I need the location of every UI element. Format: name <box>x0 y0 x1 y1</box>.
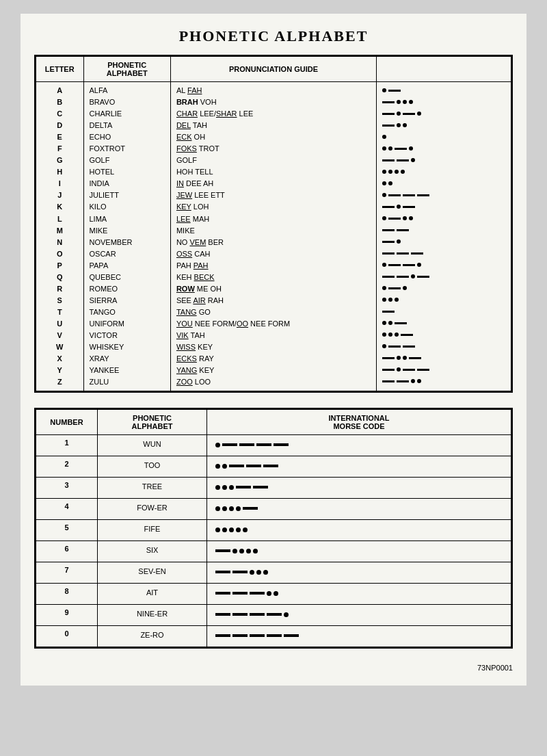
phonetic-number-cell: FOW-ER <box>98 499 207 520</box>
number-cell: 1 <box>36 435 98 456</box>
document-number: 73NP0001 <box>34 664 513 672</box>
letters-table: LETTER PHONETICALPHABET PRONUNCIATION GU… <box>36 56 511 391</box>
col-header-morse2: INTERNATIONALMORSE CODE <box>207 410 511 435</box>
morse-number-cell <box>207 562 511 584</box>
pronunciation-cell: AL FAHBRAH VOHCHAR LEE/SHAR LEEDEL TAHEC… <box>170 82 376 391</box>
number-cell: 0 <box>36 626 98 647</box>
number-cell: 2 <box>36 456 98 478</box>
page: phonetic ALpHaBEt LETTER PHONETICALPHABE… <box>21 14 526 686</box>
morse-number-cell <box>207 520 511 541</box>
numbers-table-wrapper: NUMBER PHONETICALPHABET INTERNATIONALMOR… <box>34 408 513 649</box>
numbers-table: NUMBER PHONETICALPHABET INTERNATIONALMOR… <box>36 409 511 647</box>
morse-number-cell <box>207 456 511 478</box>
col-header-letter: LETTER <box>36 57 84 82</box>
letters-table-wrapper: LETTER PHONETICALPHABET PRONUNCIATION GU… <box>34 55 513 393</box>
morse-number-cell <box>207 499 511 520</box>
phonetic-cell: ALFABRAVOCHARLIEDELTAECHOFOXTROTGOLFHOTE… <box>83 82 170 391</box>
number-cell: 7 <box>36 562 98 584</box>
col-header-phonetic: PHONETICALPHABET <box>83 57 170 82</box>
number-cell: 8 <box>36 584 98 605</box>
number-cell: 4 <box>36 499 98 520</box>
col-header-phonetic2: PHONETICALPHABET <box>98 410 207 435</box>
phonetic-number-cell: SIX <box>98 541 207 562</box>
col-header-morse <box>377 57 511 82</box>
morse-number-cell <box>207 584 511 605</box>
morse-number-cell <box>207 541 511 562</box>
morse-number-cell <box>207 435 511 456</box>
morse-cell <box>377 82 511 391</box>
number-cell: 5 <box>36 520 98 541</box>
number-cell: 6 <box>36 541 98 562</box>
phonetic-number-cell: NINE-ER <box>98 605 207 626</box>
phonetic-number-cell: WUN <box>98 435 207 456</box>
number-cell: 9 <box>36 605 98 626</box>
phonetic-number-cell: AIT <box>98 584 207 605</box>
phonetic-number-cell: ZE-RO <box>98 626 207 647</box>
col-header-number: NUMBER <box>36 410 98 435</box>
morse-number-cell <box>207 478 511 499</box>
phonetic-number-cell: FIFE <box>98 520 207 541</box>
morse-number-cell <box>207 626 511 647</box>
phonetic-number-cell: TREE <box>98 478 207 499</box>
phonetic-number-cell: TOO <box>98 456 207 478</box>
phonetic-number-cell: SEV-EN <box>98 562 207 584</box>
morse-number-cell <box>207 605 511 626</box>
letters-cell: ABCDEFGHIJKLMNOPQRSTUVWXYZ <box>36 82 84 391</box>
col-header-pronunciation: PRONUNCIATION GUIDE <box>170 57 376 82</box>
page-title: phonetic ALpHaBEt <box>34 27 513 45</box>
number-cell: 3 <box>36 478 98 499</box>
